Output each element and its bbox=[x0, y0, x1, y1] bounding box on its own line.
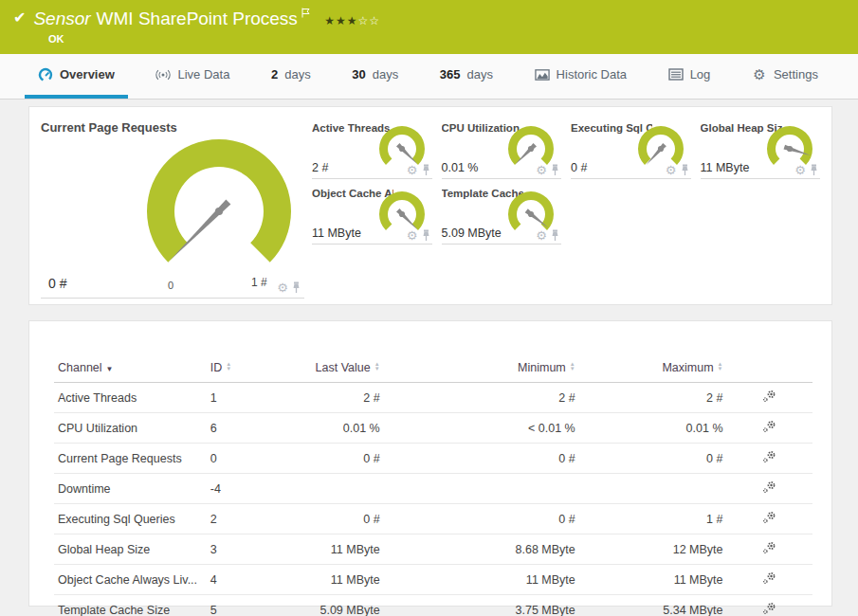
cell-min: 3.75 MByte bbox=[384, 595, 579, 616]
channel-settings-icon[interactable] bbox=[762, 480, 776, 494]
small-gauge: Template Cache Size5.09 MByte⚙ bbox=[442, 186, 562, 245]
tab-days[interactable]: 365days bbox=[427, 54, 506, 99]
cell-id: 3 bbox=[207, 534, 269, 565]
small-gauge: Global Heap Size11 MByte⚙ bbox=[701, 120, 821, 179]
tab-label: Live Data bbox=[177, 67, 229, 82]
cell-id: 0 bbox=[207, 444, 269, 474]
gauge-settings-gear-icon[interactable]: ⚙ bbox=[277, 279, 288, 296]
gauge-pin-icon[interactable] bbox=[681, 164, 689, 176]
cell-max: 12 MByte bbox=[579, 534, 727, 565]
column-header-id[interactable]: ID▲▼ bbox=[207, 355, 269, 383]
cell-last: 0 # bbox=[269, 504, 384, 534]
primary-gauge-value: 0 # bbox=[48, 276, 66, 291]
gauge-pin-icon[interactable] bbox=[810, 164, 818, 176]
tab-historic-data[interactable]: Historic Data bbox=[521, 54, 640, 99]
cell-channel: Current Page Requests bbox=[54, 444, 207, 474]
flag-icon[interactable] bbox=[301, 8, 310, 18]
gear-icon: ⚙ bbox=[794, 163, 806, 177]
cell-min: 2 # bbox=[384, 383, 579, 413]
cell-channel: Global Heap Size bbox=[54, 534, 207, 565]
cell-last bbox=[269, 474, 384, 504]
cell-id: 5 bbox=[207, 595, 269, 616]
sort-icon: ▲▼ bbox=[374, 362, 380, 371]
tab-overview[interactable]: Overview bbox=[25, 54, 128, 99]
cell-min: 0 # bbox=[384, 504, 579, 534]
gauge-settings-gear-icon[interactable]: ⚙ bbox=[407, 161, 418, 178]
gear-icon: ⚙ bbox=[407, 228, 418, 243]
gauge-pin-icon[interactable] bbox=[551, 164, 559, 176]
tab-number: 2 bbox=[271, 67, 278, 82]
gear-icon: ⚙ bbox=[666, 163, 677, 177]
sort-desc-icon: ▼ bbox=[106, 365, 114, 373]
gear-icon: ⚙ bbox=[536, 163, 547, 177]
tab-days[interactable]: 30days bbox=[338, 54, 411, 99]
small-gauge: Object Cache Always L...11 MByte⚙ bbox=[312, 186, 432, 245]
status-ok-check-icon: ✔ bbox=[13, 8, 26, 28]
small-gauge: Executing Sql Queries0 #⚙ bbox=[571, 120, 691, 179]
column-header-last[interactable]: Last Value▲▼ bbox=[269, 355, 384, 383]
gauge-pin-icon[interactable] bbox=[422, 229, 430, 242]
tab-log[interactable]: Log bbox=[655, 54, 724, 99]
column-header-settings bbox=[727, 355, 813, 383]
cell-last: 11 MByte bbox=[269, 534, 384, 565]
sensor-name: WMI SharePoint Process bbox=[97, 9, 298, 28]
cell-min: 8.68 MByte bbox=[384, 534, 579, 565]
small-gauge-value: 5.09 MByte bbox=[442, 226, 502, 240]
cell-last: 0 # bbox=[269, 444, 384, 474]
channel-settings-icon[interactable] bbox=[762, 511, 776, 524]
primary-gauge-dial bbox=[143, 137, 295, 272]
cell-id: 1 bbox=[207, 383, 269, 413]
column-header-channel[interactable]: Channel▼ bbox=[54, 355, 207, 383]
column-header-min[interactable]: Minimum▲▼ bbox=[384, 355, 579, 383]
gauge-pin-icon[interactable] bbox=[292, 281, 301, 294]
gauge-pin-icon[interactable] bbox=[551, 229, 559, 242]
status-badge: OK bbox=[48, 33, 845, 45]
channels-table: Channel▼ID▲▼Last Value▲▼Minimum▲▼Maximum… bbox=[54, 355, 812, 616]
small-gauges-grid: Active Threads2 #⚙CPU Utilization0.01 %⚙… bbox=[312, 120, 820, 304]
small-gauge-value: 0 # bbox=[571, 161, 587, 174]
channel-settings-icon[interactable] bbox=[762, 571, 776, 585]
cell-last: 2 # bbox=[269, 383, 384, 413]
channels-panel: Channel▼ID▲▼Last Value▲▼Minimum▲▼Maximum… bbox=[28, 320, 832, 607]
channel-settings-icon[interactable] bbox=[762, 602, 776, 615]
tab-settings[interactable]: ⚙Settings bbox=[739, 54, 831, 99]
cell-last: 0.01 % bbox=[269, 413, 384, 444]
cell-max: 1 # bbox=[579, 504, 727, 534]
cell-last: 11 MByte bbox=[269, 565, 384, 595]
channel-settings-icon[interactable] bbox=[762, 450, 776, 463]
small-gauge-value: 11 MByte bbox=[312, 226, 361, 240]
cell-id: -4 bbox=[207, 474, 269, 504]
cell-min bbox=[384, 474, 579, 504]
tab-label: Historic Data bbox=[557, 67, 627, 82]
gauge-settings-gear-icon[interactable]: ⚙ bbox=[536, 226, 547, 244]
gauge-settings-gear-icon[interactable]: ⚙ bbox=[536, 161, 547, 178]
small-gauge-value: 0.01 % bbox=[442, 161, 479, 174]
cell-max: 0 # bbox=[579, 444, 727, 474]
tab-number: 30 bbox=[352, 67, 365, 82]
gauge-settings-gear-icon[interactable]: ⚙ bbox=[407, 226, 418, 244]
tab-live-data[interactable]: Live Data bbox=[142, 54, 243, 99]
cell-max bbox=[579, 474, 727, 504]
gauge-settings-gear-icon[interactable]: ⚙ bbox=[794, 161, 806, 178]
cell-max: 2 # bbox=[579, 383, 727, 413]
log-icon bbox=[668, 67, 684, 82]
priority-stars[interactable]: ★★★☆☆ bbox=[324, 14, 380, 27]
cell-min: < 0.01 % bbox=[384, 413, 579, 444]
sort-icon: ▲▼ bbox=[570, 362, 575, 371]
gauge-pin-icon[interactable] bbox=[422, 164, 430, 176]
gauge-settings-gear-icon[interactable]: ⚙ bbox=[666, 161, 677, 178]
channel-settings-icon[interactable] bbox=[762, 541, 776, 554]
gear-icon: ⚙ bbox=[407, 163, 418, 177]
channel-settings-icon[interactable] bbox=[762, 390, 776, 403]
cell-id: 6 bbox=[207, 413, 269, 444]
cell-max: 11 MByte bbox=[579, 565, 727, 595]
tab-days[interactable]: 2days bbox=[258, 54, 324, 99]
tab-number: 365 bbox=[440, 67, 461, 82]
primary-gauge-title: Current Page Requests bbox=[41, 120, 304, 135]
channel-settings-icon[interactable] bbox=[762, 420, 776, 433]
cell-channel: Template Cache Size bbox=[54, 595, 207, 616]
primary-gauge-max-label: 1 # bbox=[251, 276, 267, 289]
small-gauge-value: 2 # bbox=[312, 161, 328, 174]
column-header-max[interactable]: Maximum▲▼ bbox=[579, 355, 727, 383]
sensor-header: ✔ SensorWMI SharePoint Process ★★★☆☆ OK bbox=[0, 0, 858, 54]
